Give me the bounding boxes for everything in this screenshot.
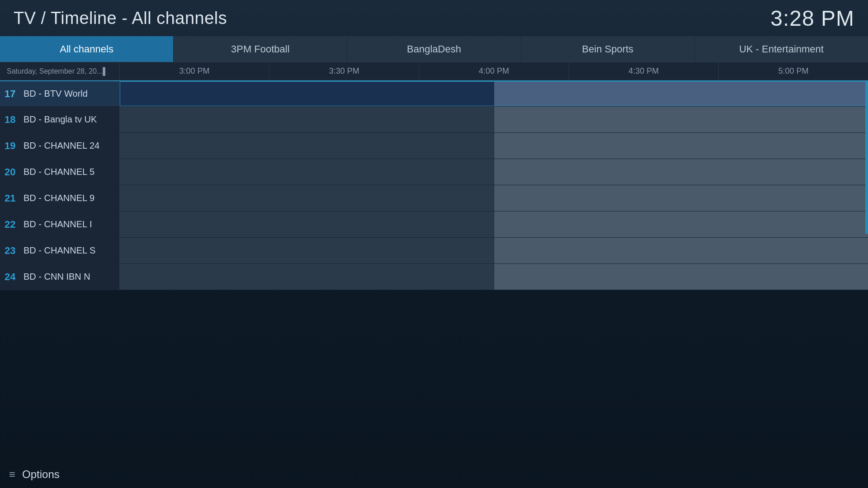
channel-row[interactable]: 18BD - Bangla tv UK bbox=[0, 107, 868, 133]
program-area-23[interactable] bbox=[120, 238, 868, 263]
program-right-19 bbox=[494, 133, 868, 159]
program-left-24 bbox=[120, 264, 494, 290]
channel-row[interactable]: 20BD - CHANNEL 5 bbox=[0, 159, 868, 185]
program-right-21 bbox=[494, 185, 868, 211]
program-left-17 bbox=[120, 81, 494, 106]
channel-name-21: BD - CHANNEL 9 bbox=[24, 193, 94, 203]
program-left-18 bbox=[120, 107, 494, 132]
channel-name-18: BD - Bangla tv UK bbox=[24, 114, 97, 125]
program-right-17 bbox=[494, 81, 868, 106]
options-icon: ≡ bbox=[9, 468, 15, 481]
channels-container: 17BD - BTV World18BD - Bangla tv UK19BD … bbox=[0, 80, 868, 290]
channel-row[interactable]: 17BD - BTV World bbox=[0, 80, 868, 107]
footer: ≡ Options bbox=[0, 461, 868, 488]
program-area-24[interactable] bbox=[120, 264, 868, 290]
tab-bein-sports[interactable]: Bein Sports bbox=[521, 36, 695, 62]
channel-info-23: 23BD - CHANNEL S bbox=[0, 238, 120, 263]
channel-info-21: 21BD - CHANNEL 9 bbox=[0, 185, 120, 211]
tab-bangladesh[interactable]: BanglaDesh bbox=[347, 36, 521, 62]
program-right-22 bbox=[494, 211, 868, 237]
program-area-17[interactable] bbox=[120, 81, 868, 106]
tab-all-channels[interactable]: All channels bbox=[0, 36, 174, 62]
channel-number-22: 22 bbox=[5, 219, 18, 230]
channel-info-17: 17BD - BTV World bbox=[0, 81, 120, 106]
channel-number-19: 19 bbox=[5, 140, 18, 152]
channel-row[interactable]: 24BD - CNN IBN N bbox=[0, 264, 868, 290]
scrollbar-indicator[interactable] bbox=[865, 80, 868, 234]
channel-number-21: 21 bbox=[5, 192, 18, 204]
program-area-18[interactable] bbox=[120, 107, 868, 132]
program-area-20[interactable] bbox=[120, 159, 868, 185]
channel-row[interactable]: 23BD - CHANNEL S bbox=[0, 238, 868, 264]
program-left-19 bbox=[120, 133, 494, 159]
channel-info-24: 24BD - CNN IBN N bbox=[0, 264, 120, 290]
program-left-20 bbox=[120, 159, 494, 185]
clock-display: 3:28 PM bbox=[770, 6, 854, 31]
channel-number-23: 23 bbox=[5, 245, 18, 257]
channel-name-19: BD - CHANNEL 24 bbox=[24, 141, 99, 151]
timeline-header: Saturday, September 28, 20...▌ 3:00 PM3:… bbox=[0, 62, 868, 80]
time-slot-label-0: 3:00 PM bbox=[120, 62, 269, 80]
channel-info-20: 20BD - CHANNEL 5 bbox=[0, 159, 120, 185]
channel-row[interactable]: 22BD - CHANNEL I bbox=[0, 211, 868, 238]
options-label: Options bbox=[22, 468, 60, 481]
channel-row[interactable]: 21BD - CHANNEL 9 bbox=[0, 185, 868, 211]
program-right-18 bbox=[494, 107, 868, 132]
tab-uk-entertainment[interactable]: UK - Entertainment bbox=[695, 36, 868, 62]
program-area-22[interactable] bbox=[120, 211, 868, 237]
time-slot-label-4: 5:00 PM bbox=[719, 62, 868, 80]
channel-name-24: BD - CNN IBN N bbox=[24, 272, 90, 282]
channel-number-24: 24 bbox=[5, 271, 18, 283]
program-left-22 bbox=[120, 211, 494, 237]
channel-name-17: BD - BTV World bbox=[24, 89, 88, 99]
tab-3pm-football[interactable]: 3PM Football bbox=[174, 36, 347, 62]
channel-number-17: 17 bbox=[5, 88, 18, 100]
channel-name-23: BD - CHANNEL S bbox=[24, 245, 95, 256]
program-right-24 bbox=[494, 264, 868, 290]
channel-number-18: 18 bbox=[5, 114, 18, 126]
time-slot-label-3: 4:30 PM bbox=[569, 62, 719, 80]
channel-name-22: BD - CHANNEL I bbox=[24, 219, 92, 230]
tab-bar: All channels3PM FootballBanglaDeshBein S… bbox=[0, 36, 868, 62]
channel-info-22: 22BD - CHANNEL I bbox=[0, 211, 120, 237]
program-area-19[interactable] bbox=[120, 133, 868, 159]
channel-number-20: 20 bbox=[5, 166, 18, 178]
time-slot-label-1: 3:30 PM bbox=[269, 62, 419, 80]
program-area-21[interactable] bbox=[120, 185, 868, 211]
date-label: Saturday, September 28, 20...▌ bbox=[0, 62, 120, 80]
program-left-23 bbox=[120, 238, 494, 263]
time-slots-header: 3:00 PM3:30 PM4:00 PM4:30 PM5:00 PM bbox=[120, 62, 868, 80]
header: TV / Timeline - All channels 3:28 PM bbox=[0, 0, 868, 36]
page-title: TV / Timeline - All channels bbox=[14, 9, 227, 28]
time-slot-label-2: 4:00 PM bbox=[419, 62, 569, 80]
channel-name-20: BD - CHANNEL 5 bbox=[24, 167, 94, 177]
program-right-20 bbox=[494, 159, 868, 185]
channel-info-19: 19BD - CHANNEL 24 bbox=[0, 133, 120, 159]
program-left-21 bbox=[120, 185, 494, 211]
channel-row[interactable]: 19BD - CHANNEL 24 bbox=[0, 133, 868, 159]
channel-info-18: 18BD - Bangla tv UK bbox=[0, 107, 120, 132]
program-right-23 bbox=[494, 238, 868, 263]
